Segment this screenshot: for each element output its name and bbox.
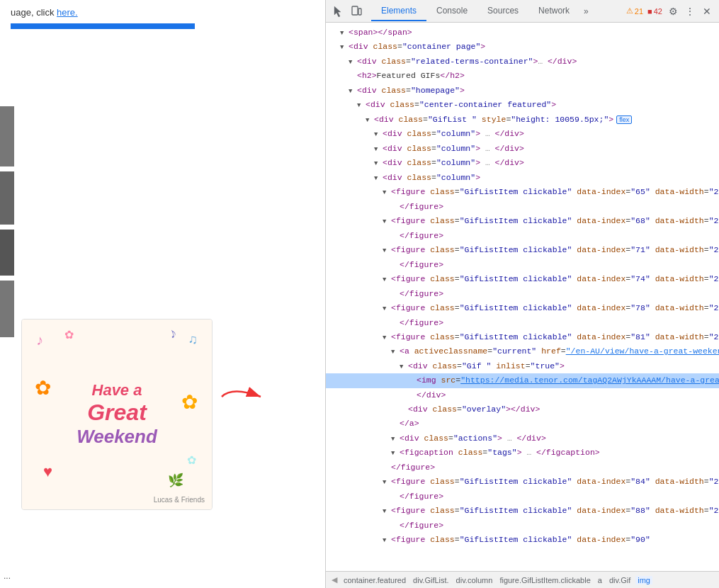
triangle-icon[interactable] bbox=[391, 434, 398, 444]
triangle-icon[interactable] bbox=[383, 275, 390, 285]
triangle-icon[interactable] bbox=[383, 246, 390, 256]
dom-line[interactable]: <span></span> bbox=[326, 26, 719, 40]
triangle-icon[interactable] bbox=[357, 101, 364, 111]
triangle-icon[interactable] bbox=[383, 333, 390, 343]
dom-line[interactable]: <div class="column"> … </div> bbox=[326, 127, 719, 142]
tab-network[interactable]: Network bbox=[528, 1, 579, 21]
dom-line[interactable]: <div class="container page"> bbox=[326, 40, 719, 54]
svg-rect-1 bbox=[352, 6, 358, 15]
devtools-tabs: Elements Console Sources Network » bbox=[371, 1, 623, 21]
gif-text-content: Have a Great Weekend bbox=[69, 374, 164, 455]
dom-line[interactable]: <figure class="GifListItem clickable" da… bbox=[326, 301, 719, 316]
triangle-icon[interactable] bbox=[374, 174, 381, 183]
cursor-icon[interactable] bbox=[332, 5, 344, 18]
bottom-page-text: ... bbox=[4, 571, 11, 581]
dom-line[interactable]: </figure> bbox=[326, 229, 719, 243]
triangle-icon[interactable] bbox=[349, 86, 356, 96]
breadcrumb-item[interactable]: container.featured bbox=[341, 576, 408, 584]
triangle-icon[interactable] bbox=[340, 43, 347, 52]
close-icon[interactable]: ✕ bbox=[701, 5, 713, 18]
breadcrumb-item[interactable]: img bbox=[635, 576, 652, 584]
dom-line[interactable]: <a activeclassname="current" href="/en-A… bbox=[326, 344, 719, 358]
dom-line[interactable]: <figcaption class="tags"> … </figcaption… bbox=[326, 446, 719, 460]
dom-line[interactable]: <figure class="GifListItem clickable" da… bbox=[326, 272, 719, 287]
tab-sources[interactable]: Sources bbox=[477, 1, 528, 21]
more-options-icon[interactable]: ⋮ bbox=[684, 5, 696, 18]
href-link[interactable]: "/en-AU/view/have-a-great-weekend-weeken… bbox=[566, 346, 719, 356]
blue-progress-bar bbox=[11, 23, 195, 29]
triangle-icon[interactable] bbox=[374, 145, 381, 154]
warning-icon: ⚠ bbox=[626, 6, 633, 16]
here-link[interactable]: here. bbox=[57, 7, 78, 18]
dom-line[interactable]: </figure> bbox=[326, 490, 719, 504]
breadcrumb-scroll-left[interactable]: ◀ bbox=[332, 575, 337, 584]
triangle-icon[interactable] bbox=[366, 115, 373, 125]
brand-text: Lucas & Friends bbox=[154, 496, 205, 504]
thumbnail-strip-container bbox=[0, 106, 18, 337]
dom-line[interactable]: <h2>Featured GIFs</h2> bbox=[326, 69, 719, 83]
breadcrumb-item[interactable]: div.Gif bbox=[607, 576, 633, 584]
dom-line[interactable]: <figure class="GifListItem clickable" da… bbox=[326, 330, 719, 344]
dom-line[interactable]: <figure class="GifListItem clickable" da… bbox=[326, 243, 719, 258]
dom-line[interactable]: <div class="Gif " inlist="true"> bbox=[326, 359, 719, 373]
dom-line[interactable]: </a> bbox=[326, 417, 719, 431]
dom-line[interactable]: </figure> bbox=[326, 519, 719, 533]
breadcrumb-item[interactable]: div.column bbox=[454, 576, 495, 584]
dom-line[interactable]: <div class="GifList " style="height: 100… bbox=[326, 113, 719, 127]
dom-line[interactable]: <figure class="GifListItem clickable" da… bbox=[326, 533, 719, 547]
dom-line[interactable]: <div class="column"> … </div> bbox=[326, 156, 719, 171]
dom-line[interactable]: <figure class="GifListItem clickable" da… bbox=[326, 504, 719, 519]
devtools-breadcrumb: ◀ container.featured div.GifList. div.co… bbox=[326, 571, 719, 588]
dom-tree[interactable]: <span></span> <div class="container page… bbox=[326, 23, 719, 571]
triangle-icon[interactable] bbox=[383, 188, 390, 198]
thumb-2 bbox=[0, 171, 14, 225]
warning-badge: ⚠ 21 bbox=[626, 6, 643, 16]
triangle-icon[interactable] bbox=[383, 217, 390, 227]
dom-line-img[interactable]: <img src="https://media.tenor.com/tagAQ2… bbox=[326, 373, 719, 388]
settings-icon[interactable]: ⚙ bbox=[667, 5, 679, 18]
dom-line[interactable]: <figure class="GifListItem clickable" da… bbox=[326, 475, 719, 490]
triangle-icon[interactable] bbox=[383, 304, 390, 314]
dom-line[interactable]: </figure> bbox=[326, 460, 719, 475]
dom-line[interactable]: <div class="overlay"></div> bbox=[326, 402, 719, 417]
more-tabs-button[interactable]: » bbox=[579, 4, 593, 19]
dom-line[interactable]: <div class="center-container featured"> bbox=[326, 98, 719, 112]
dom-line[interactable]: <div class="homepage"> bbox=[326, 84, 719, 98]
main-gif-card[interactable]: ♪ ✿ ♪ ♫ ✿ ✿ ✿ ♥ 🌿 Have a Great Weekend L… bbox=[21, 319, 213, 510]
triangle-icon[interactable] bbox=[383, 536, 390, 545]
img-src-link[interactable]: "https://media.tenor.com/tagAQ2AWjYkAAAA… bbox=[460, 375, 719, 385]
breadcrumb-item[interactable]: figure.GifListItem.clickable bbox=[497, 576, 592, 584]
triangle-icon[interactable] bbox=[383, 477, 390, 487]
devtools-left-icons bbox=[332, 5, 363, 18]
triangle-icon[interactable] bbox=[374, 130, 381, 140]
dom-line[interactable]: </figure> bbox=[326, 200, 719, 214]
dom-line[interactable]: <figure class="GifListItem clickable" da… bbox=[326, 185, 719, 200]
tab-console[interactable]: Console bbox=[426, 1, 477, 21]
dom-line[interactable]: <div class="column"> … </div> bbox=[326, 142, 719, 157]
dom-line[interactable]: <div class="related-terms-container">… <… bbox=[326, 55, 719, 69]
dom-line[interactable]: <div class="actions"> … </div> bbox=[326, 431, 719, 446]
triangle-icon[interactable] bbox=[349, 57, 356, 67]
tab-elements[interactable]: Elements bbox=[371, 1, 426, 21]
triangle-icon[interactable] bbox=[340, 28, 347, 38]
triangle-icon[interactable] bbox=[400, 362, 407, 372]
dom-line[interactable]: <figure class="GifListItem clickable" da… bbox=[326, 214, 719, 229]
error-icon: ■ bbox=[647, 7, 652, 16]
breadcrumb-item[interactable]: a bbox=[596, 576, 604, 584]
intro-text: uage, click here. bbox=[11, 7, 315, 18]
device-icon[interactable] bbox=[350, 5, 363, 18]
breadcrumb-item[interactable]: div.GifList. bbox=[411, 576, 451, 584]
dom-line[interactable]: </figure> bbox=[326, 287, 719, 301]
dom-line[interactable]: </figure> bbox=[326, 258, 719, 272]
devtools-toolbar: Elements Console Sources Network » ⚠ 21 … bbox=[326, 0, 719, 23]
triangle-icon[interactable] bbox=[391, 347, 398, 357]
error-count: 42 bbox=[654, 7, 662, 16]
triangle-icon[interactable] bbox=[383, 507, 390, 516]
dom-line[interactable]: <div class="column"> bbox=[326, 171, 719, 185]
triangle-icon[interactable] bbox=[374, 159, 381, 169]
dom-line[interactable]: </figure> bbox=[326, 316, 719, 330]
thumb-1 bbox=[0, 106, 14, 166]
red-arrow-indicator bbox=[218, 383, 275, 411]
dom-line[interactable]: </div> bbox=[326, 388, 719, 402]
triangle-icon[interactable] bbox=[391, 448, 398, 458]
